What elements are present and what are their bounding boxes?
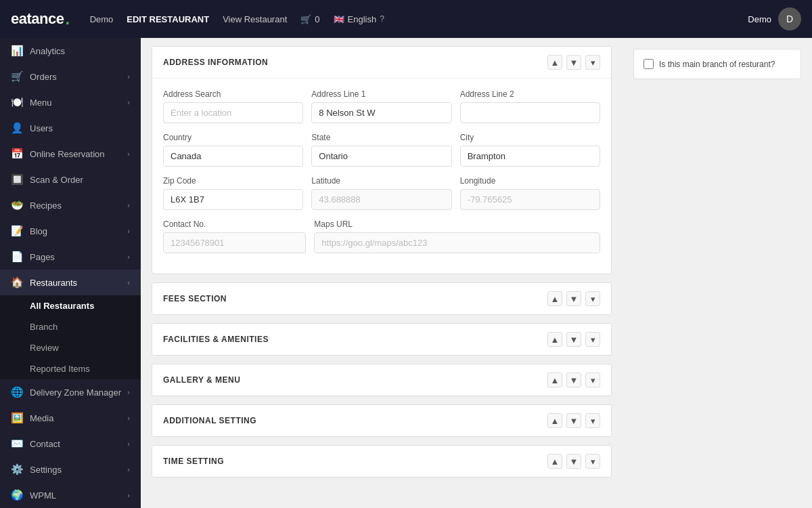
main-branch-label: Is this main branch of resturant? (659, 60, 775, 69)
right-panel: Is this main branch of resturant? (623, 38, 812, 508)
facilities-up-button[interactable]: ▲ (547, 332, 562, 347)
additional-down-button[interactable]: ▼ (566, 413, 581, 428)
flag-icon: 🇬🇧 (334, 14, 344, 24)
sidebar-item-delivery-zone[interactable]: 🌐 Delivery Zone Manager › (0, 379, 141, 405)
fees-section-title: FEES SECTION (163, 294, 227, 303)
reservation-icon: 📅 (11, 148, 23, 160)
sidebar-label-contact: Contact (30, 439, 60, 449)
sidebar-label-recipes: Recipes (30, 200, 62, 211)
maps-input[interactable] (314, 232, 600, 253)
main-layout: 📊 Analytics 🛒 Orders › 🍽️ Menu › 👤 Users (0, 38, 812, 508)
submenu-reported-items[interactable]: Reported Items (0, 358, 141, 379)
address-line1-input[interactable] (311, 102, 451, 123)
state-input[interactable] (311, 146, 451, 167)
sidebar-label-blog: Blog (30, 226, 47, 236)
sidebar-item-wpml[interactable]: 🌍 WPML › (0, 482, 141, 508)
city-input[interactable] (460, 146, 600, 167)
pages-icon: 📄 (11, 251, 23, 263)
submenu-all-restaurants[interactable]: All Restaurants (0, 295, 141, 316)
nav-view-restaurant[interactable]: View Restaurant (223, 14, 287, 24)
section-up-button[interactable]: ▲ (547, 55, 562, 70)
chevron-right-icon: › (127, 227, 130, 235)
fees-down-button[interactable]: ▼ (566, 291, 581, 306)
help-icon[interactable]: ? (380, 14, 384, 24)
time-section-header: TIME SETTING ▲ ▼ ▾ (152, 446, 611, 477)
gallery-menu-button[interactable]: ▾ (585, 373, 600, 387)
chevron-right-icon: › (127, 388, 130, 396)
sidebar-label-delivery: Delivery Zone Manager (30, 387, 121, 398)
orders-icon: 🛒 (11, 70, 23, 83)
zip-input[interactable] (163, 189, 303, 210)
sidebar-item-blog[interactable]: 📝 Blog › (0, 218, 141, 244)
country-label: Country (163, 133, 303, 142)
nav-language[interactable]: 🇬🇧 English ? (334, 14, 384, 24)
content-area: ADDRESS INFORMATION ▲ ▼ ▾ Address Search (141, 38, 812, 508)
sidebar-label-media: Media (30, 413, 53, 423)
nav-cart[interactable]: 🛒 0 (300, 14, 319, 24)
avatar[interactable]: D (778, 7, 801, 30)
chevron-right-icon: › (127, 491, 130, 499)
additional-up-button[interactable]: ▲ (547, 413, 562, 428)
state-group: State (311, 133, 451, 167)
sidebar-item-restaurants[interactable]: 🏠 Restaurants ‹ (0, 270, 141, 295)
main-content: ADDRESS INFORMATION ▲ ▼ ▾ Address Search (141, 38, 623, 508)
country-input[interactable] (163, 146, 303, 167)
main-branch-checkbox[interactable] (644, 59, 654, 69)
facilities-down-button[interactable]: ▼ (566, 332, 581, 347)
sidebar-item-scan-order[interactable]: 🔲 Scan & Order (0, 167, 141, 192)
sidebar-item-pages[interactable]: 📄 Pages › (0, 244, 141, 270)
time-menu-button[interactable]: ▾ (585, 454, 600, 469)
fees-up-button[interactable]: ▲ (547, 291, 562, 306)
additional-section-header: ADDITIONAL SETTING ▲ ▼ ▾ (152, 405, 611, 436)
fees-section-controls: ▲ ▼ ▾ (547, 291, 600, 306)
gallery-down-button[interactable]: ▼ (566, 373, 581, 387)
longitude-label: Longitude (460, 176, 600, 186)
country-group: Country (163, 133, 303, 167)
chevron-right-icon: › (127, 465, 130, 473)
submenu-review[interactable]: Review (0, 337, 141, 358)
city-group: City (460, 133, 600, 167)
latitude-input[interactable] (311, 189, 451, 210)
submenu-branch[interactable]: Branch (0, 316, 141, 337)
fees-section-header: FEES SECTION ▲ ▼ ▾ (152, 283, 611, 314)
zip-label: Zip Code (163, 176, 303, 186)
city-label: City (460, 133, 600, 142)
nav-demo[interactable]: Demo (90, 14, 114, 24)
sidebar-item-recipes[interactable]: 🥗 Recipes › (0, 192, 141, 218)
logo: eatance. (11, 9, 70, 28)
latitude-group: Latitude (311, 176, 451, 210)
sidebar-item-users[interactable]: 👤 Users (0, 115, 141, 141)
nav-links: Demo EDIT RESTAURANT View Restaurant 🛒 0… (90, 14, 735, 24)
settings-icon: ⚙️ (11, 463, 23, 475)
blog-icon: 📝 (11, 225, 23, 237)
gallery-up-button[interactable]: ▲ (547, 373, 562, 387)
address-line2-input[interactable] (460, 102, 600, 123)
sidebar-label-orders: Orders (30, 72, 57, 82)
maps-group: Maps URL (314, 219, 600, 253)
time-down-button[interactable]: ▼ (566, 454, 581, 469)
sidebar-item-online-reservation[interactable]: 📅 Online Reservation › (0, 141, 141, 167)
longitude-input[interactable] (460, 189, 600, 210)
time-up-button[interactable]: ▲ (547, 454, 562, 469)
sidebar-item-menu[interactable]: 🍽️ Menu › (0, 89, 141, 115)
additional-section-title: ADDITIONAL SETTING (163, 416, 256, 425)
contact-input[interactable] (163, 232, 306, 253)
contact-icon: ✉️ (11, 438, 23, 450)
sidebar-label-wpml: WPML (30, 490, 56, 501)
cart-icon: 🛒 (300, 14, 311, 24)
sidebar-item-analytics[interactable]: 📊 Analytics (0, 38, 141, 64)
sidebar-item-settings[interactable]: ⚙️ Settings › (0, 457, 141, 482)
fees-menu-button[interactable]: ▾ (585, 291, 600, 306)
section-menu-button[interactable]: ▾ (585, 55, 600, 70)
sidebar-item-contact[interactable]: ✉️ Contact › (0, 431, 141, 457)
nav-edit-restaurant[interactable]: EDIT RESTAURANT (127, 14, 209, 24)
sidebar-item-media[interactable]: 🖼️ Media › (0, 405, 141, 431)
section-down-button[interactable]: ▼ (566, 55, 581, 70)
logo-text: eatance (11, 10, 64, 28)
sidebar-item-orders[interactable]: 🛒 Orders › (0, 64, 141, 89)
contact-group: Contact No. (163, 219, 306, 253)
additional-menu-button[interactable]: ▾ (585, 413, 600, 428)
facilities-menu-button[interactable]: ▾ (585, 332, 600, 347)
address-search-input[interactable] (163, 102, 303, 123)
contact-label: Contact No. (163, 219, 306, 229)
